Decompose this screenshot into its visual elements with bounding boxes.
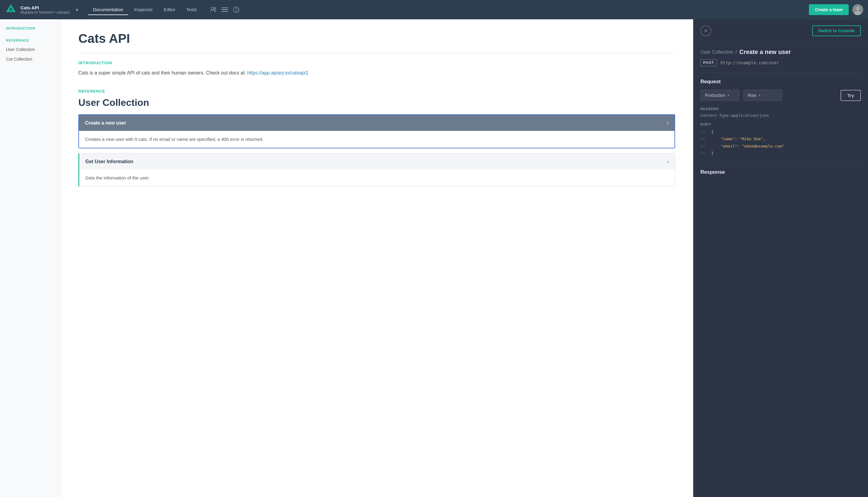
line-num-2: 02	[701, 136, 706, 142]
try-button[interactable]: Try	[841, 90, 861, 101]
endpoint-card-create-user: Create a new user › Creates a new user w…	[78, 114, 675, 148]
body-line-1: 01 {	[701, 128, 861, 136]
avatar[interactable]	[852, 4, 863, 15]
request-section: Request Production ▾ Raw ▾ Try HEADERS C…	[693, 73, 868, 163]
sidebar-item-cat-collection[interactable]: Cat Collection	[0, 54, 60, 64]
environment-select[interactable]: Production ▾	[701, 89, 740, 101]
create-team-button[interactable]: Create a team	[809, 4, 849, 15]
page-title: Cats API	[78, 31, 675, 46]
chevron-right-icon-1: ›	[667, 120, 668, 126]
endpoint-header-get-user[interactable]: Get User Information ›	[79, 154, 675, 170]
topnav: Cats API Mujtaba Al-Tameemi • catsapi1 ▾…	[0, 0, 868, 19]
format-select[interactable]: Raw ▾	[743, 89, 782, 101]
intro-text-1: Cats is a super simple API of cats and t…	[78, 70, 246, 75]
format-value: Raw	[748, 93, 756, 98]
app-name: Cats API	[20, 5, 70, 10]
body-line-4: 04 }	[701, 150, 861, 157]
breadcrumb-parent: User Collection	[701, 49, 733, 55]
endpoint-title-get-user: Get User Information	[85, 159, 133, 165]
line-content-4: }	[711, 150, 714, 157]
url-bar: POST http://example.com/user	[693, 59, 868, 72]
nav-tabs: Documentation Inspector Editor Tests	[88, 4, 202, 15]
topnav-icons: ?	[210, 6, 240, 13]
intro-section-label: INTRODUCTION	[78, 61, 675, 65]
chevron-down-icon-fmt: ▾	[759, 93, 761, 97]
app-dropdown-btn[interactable]: ▾	[75, 6, 79, 14]
intro-link[interactable]: https://app.apiary.io/catsapi1	[247, 70, 308, 75]
line-num-3: 03	[701, 143, 706, 150]
svg-text:?: ?	[235, 8, 237, 12]
breadcrumb-current: Create a new user	[739, 48, 791, 56]
endpoint-desc-get-user: Gets the information of the user.	[79, 170, 675, 186]
tab-tests[interactable]: Tests	[181, 4, 202, 15]
method-badge: POST	[701, 59, 717, 66]
sidebar-intro-label: INTRODUCTION	[0, 27, 60, 32]
user-collection-title: User Collection	[78, 97, 675, 108]
body-line-2: 02 "name": "Mike Doe",	[701, 136, 861, 142]
sidebar: INTRODUCTION REFERENCE User Collection C…	[0, 19, 60, 497]
reference-section-label: REFERENCE	[78, 89, 675, 94]
close-icon: ×	[704, 28, 708, 34]
chevron-right-icon-2: ›	[667, 158, 669, 165]
line-content-1: {	[711, 128, 714, 136]
url-base: http://example.com	[721, 60, 766, 65]
menu-icon-btn[interactable]	[222, 7, 228, 12]
endpoint-desc-create-user: Creates a new user with 0 cats. If no em…	[79, 131, 675, 148]
body-label: BODY	[701, 123, 861, 126]
headers-label: HEADERS	[701, 107, 861, 111]
intro-text: Cats is a super simple API of cats and t…	[78, 69, 675, 77]
right-panel: × Switch to Console User Collection / Cr…	[693, 19, 868, 497]
main-content: Cats API INTRODUCTION Cats is a super si…	[60, 19, 693, 497]
app-info: Cats API Mujtaba Al-Tameemi • catsapi1	[20, 5, 70, 14]
tab-documentation[interactable]: Documentation	[88, 4, 128, 15]
people-icon-btn[interactable]	[210, 7, 217, 12]
endpoint-header-create-user[interactable]: Create a new user ›	[79, 115, 675, 131]
svg-point-3	[211, 7, 214, 10]
svg-point-11	[856, 6, 859, 10]
breadcrumb: User Collection / Create a new user	[693, 43, 868, 59]
close-button[interactable]: ×	[701, 25, 711, 36]
line-content-2: "name": "Mike Doe",	[711, 136, 766, 142]
body-code-block: 01 { 02 "name": "Mike Doe", 03 "email": …	[701, 128, 861, 157]
url-path: /user	[766, 60, 779, 65]
chevron-down-icon-env: ▾	[727, 93, 730, 97]
logo[interactable]	[5, 3, 17, 16]
main-layout: INTRODUCTION REFERENCE User Collection C…	[0, 19, 868, 497]
svg-rect-2	[10, 8, 12, 10]
svg-point-4	[214, 8, 216, 9]
sidebar-reference-label: REFERENCE	[0, 39, 60, 45]
tab-inspector[interactable]: Inspector	[129, 4, 158, 15]
endpoint-card-get-user: Get User Information › Gets the informat…	[78, 153, 675, 187]
request-section-title: Request	[701, 79, 861, 85]
url-text: http://example.com/user	[721, 60, 779, 65]
header-content-type: Content-Type:application/json	[701, 113, 861, 118]
line-num-4: 04	[701, 150, 706, 157]
line-content-3: "email": "mdoe@example.com"	[711, 143, 784, 150]
sidebar-item-user-collection[interactable]: User Collection	[0, 45, 60, 54]
request-controls: Production ▾ Raw ▾ Try	[701, 89, 861, 101]
tab-editor[interactable]: Editor	[159, 4, 180, 15]
body-line-3: 03 "email": "mdoe@example.com"	[701, 143, 861, 150]
endpoint-title-create-user: Create a new user	[85, 120, 126, 126]
title-divider	[78, 53, 675, 53]
help-icon-btn[interactable]: ?	[233, 6, 240, 13]
environment-value: Production	[705, 93, 725, 98]
line-num-1: 01	[701, 128, 706, 136]
app-sub: Mujtaba Al-Tameemi • catsapi1	[20, 10, 70, 14]
right-panel-topbar: × Switch to Console	[693, 19, 868, 43]
switch-console-button[interactable]: Switch to Console	[812, 25, 861, 36]
breadcrumb-separator: /	[735, 49, 737, 55]
response-section-title: Response	[693, 163, 868, 175]
